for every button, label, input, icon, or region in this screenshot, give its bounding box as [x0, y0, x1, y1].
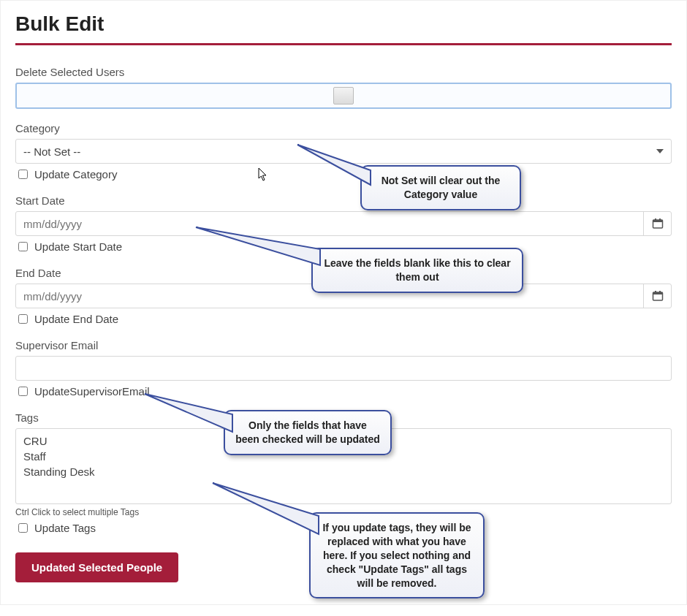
callout-text: Leave the fields blank like this to clea… — [324, 257, 510, 283]
bulk-edit-form: Bulk Edit Delete Selected Users Category… — [0, 0, 687, 605]
svg-marker-8 — [297, 145, 371, 185]
svg-marker-10 — [145, 394, 232, 432]
update-category-label: Update Category — [34, 168, 117, 180]
callout-checked-fields: Only the fields that have been checked w… — [224, 410, 392, 455]
callout-not-set: Not Set will clear out the Category valu… — [360, 165, 521, 210]
update-tags-checkbox[interactable] — [18, 523, 28, 533]
end-date-calendar-button[interactable] — [643, 284, 671, 308]
update-end-date-label: Update End Date — [34, 313, 118, 325]
cursor-icon — [258, 167, 268, 182]
callout-text: If you update tags, they will be replace… — [322, 522, 471, 589]
callout-text: Not Set will clear out the Category valu… — [382, 175, 501, 200]
start-date-label: Start Date — [15, 194, 672, 207]
svg-rect-1 — [653, 220, 662, 222]
heading-rule — [15, 43, 672, 45]
svg-rect-7 — [659, 291, 661, 293]
category-label: Category — [15, 122, 672, 134]
svg-marker-11 — [213, 483, 319, 534]
update-tags-label: Update Tags — [34, 522, 96, 534]
svg-marker-9 — [196, 227, 320, 265]
updated-selected-people-button[interactable]: Updated Selected People — [15, 552, 178, 582]
update-end-date-checkbox[interactable] — [18, 314, 28, 324]
supervisor-label: Supervisor Email — [15, 339, 672, 351]
svg-rect-2 — [655, 218, 656, 221]
tags-option[interactable]: Standing Desk — [16, 464, 671, 479]
update-supervisor-row[interactable]: UpdateSupervisorEmail — [15, 384, 672, 398]
update-supervisor-checkbox[interactable] — [18, 387, 28, 396]
callout-tags-replace: If you update tags, they will be replace… — [309, 512, 485, 598]
start-date-input[interactable] — [16, 212, 643, 235]
start-date-group: Start Date Update Start Date — [15, 194, 672, 254]
svg-rect-3 — [659, 218, 661, 221]
drag-handle-icon — [333, 87, 354, 104]
delete-users-group: Delete Selected Users — [15, 66, 672, 109]
delete-users-label: Delete Selected Users — [15, 66, 672, 78]
update-start-date-checkbox[interactable] — [18, 242, 28, 251]
update-end-date-row[interactable]: Update End Date — [15, 312, 672, 326]
update-supervisor-label: UpdateSupervisorEmail — [34, 385, 150, 398]
supervisor-email-input[interactable] — [15, 356, 672, 381]
svg-rect-6 — [655, 291, 656, 293]
update-category-checkbox[interactable] — [18, 170, 28, 179]
callout-text: Only the fields that have been checked w… — [235, 419, 380, 445]
page-title: Bulk Edit — [15, 12, 672, 36]
delete-users-select[interactable] — [15, 83, 672, 109]
svg-rect-5 — [653, 292, 662, 294]
update-start-date-label: Update Start Date — [34, 240, 122, 253]
calendar-icon — [652, 218, 664, 229]
category-selected-value: -- Not Set -- — [23, 145, 80, 158]
start-date-field[interactable] — [15, 211, 672, 236]
callout-blank-fields: Leave the fields blank like this to clea… — [311, 248, 523, 293]
start-date-calendar-button[interactable] — [643, 212, 671, 235]
supervisor-group: Supervisor Email UpdateSupervisorEmail — [15, 339, 672, 398]
chevron-down-icon — [656, 149, 664, 153]
calendar-icon — [652, 290, 664, 302]
